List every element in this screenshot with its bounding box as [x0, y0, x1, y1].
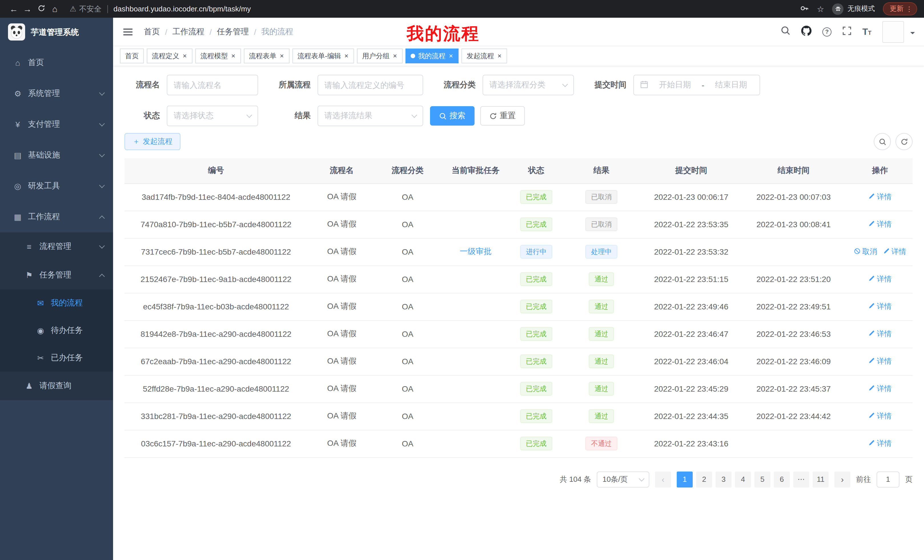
avatar[interactable] — [882, 21, 904, 42]
page-button-11[interactable]: 11 — [813, 471, 829, 487]
process-definition-input[interactable] — [318, 75, 423, 95]
filter-label-status: 状态 — [124, 111, 160, 121]
close-icon[interactable]: × — [182, 52, 188, 59]
app-logo-row[interactable]: 芋道管理系统 — [0, 18, 113, 47]
sidebar-menu: ⌂首页⚙系统管理¥支付管理▤基础设施◎研发工具▦工作流程≡流程管理⚑任务管理✉我… — [0, 47, 113, 560]
submit-time-range-picker[interactable]: 开始日期 - 结束日期 — [633, 75, 760, 95]
close-icon[interactable]: × — [392, 52, 398, 59]
page-button-3[interactable]: 3 — [716, 471, 732, 487]
detail-link[interactable]: 详情 — [868, 301, 892, 312]
sidebar-item-infrastructure[interactable]: ▤基础设施 — [0, 140, 113, 171]
sidebar-item-home[interactable]: ⌂首页 — [0, 47, 113, 78]
sidebar-item-process-mgmt[interactable]: ≡流程管理 — [0, 232, 113, 261]
back-icon[interactable]: ← — [7, 4, 21, 14]
home-icon[interactable]: ⌂ — [48, 4, 62, 14]
table-row: 3ad174fb-7b9d-11ec-8404-acde48001122OA 请… — [124, 183, 913, 211]
detail-link[interactable]: 详情 — [883, 247, 906, 257]
target-icon: ◎ — [13, 181, 23, 191]
incognito-badge[interactable]: 无痕模式 — [832, 3, 875, 15]
breadcrumb-item[interactable]: 首页 — [144, 27, 160, 37]
process-name-input[interactable] — [167, 75, 258, 95]
sidebar-item-system[interactable]: ⚙系统管理 — [0, 78, 113, 109]
result-select[interactable]: 请选择流结果 — [318, 106, 423, 126]
result-badge: 已取消 — [585, 190, 617, 204]
detail-link[interactable]: 详情 — [868, 439, 892, 449]
address-bar[interactable]: ⚠ 不安全 dashboard.yudao.iocoder.cn/bpm/tas… — [70, 4, 251, 14]
tab-user-group[interactable]: 用户分组× — [357, 48, 403, 63]
fullscreen-icon[interactable] — [842, 26, 852, 37]
detail-link[interactable]: 详情 — [868, 383, 892, 394]
result-badge: 通过 — [589, 409, 614, 423]
close-icon[interactable]: × — [279, 52, 284, 59]
goto-page-input[interactable] — [877, 471, 900, 487]
tab-my-process[interactable]: 我的流程× — [405, 48, 459, 63]
current-task-link[interactable]: 一级审批 — [460, 247, 492, 256]
detail-link[interactable]: 详情 — [868, 329, 892, 339]
key-icon[interactable] — [800, 4, 809, 14]
search-icon[interactable] — [781, 26, 790, 38]
help-icon[interactable]: ? — [822, 27, 831, 36]
show-search-toggle-button[interactable] — [874, 133, 891, 150]
sidebar-item-label: 支付管理 — [28, 119, 95, 130]
chrome-update-button[interactable]: 更新 ⋮ — [883, 2, 917, 15]
detail-link[interactable]: 详情 — [868, 411, 892, 421]
page-button-1[interactable]: 1 — [677, 471, 693, 487]
action-label: 详情 — [877, 329, 892, 339]
cell-category: OA — [376, 320, 439, 347]
cancel-link[interactable]: 取消 — [854, 247, 877, 257]
result-badge: 通过 — [589, 272, 614, 286]
sidebar-item-payment[interactable]: ¥支付管理 — [0, 109, 113, 140]
reset-button[interactable]: 重置 — [480, 106, 525, 126]
tab-label: 流程模型 — [201, 51, 228, 61]
refresh-button[interactable] — [896, 133, 913, 150]
cell-result: 已取消 — [560, 211, 642, 238]
tab-process-form[interactable]: 流程表单× — [244, 48, 290, 63]
page-button-2[interactable]: 2 — [696, 471, 712, 487]
prev-page-button[interactable]: ‹ — [655, 471, 671, 487]
close-icon[interactable]: × — [448, 52, 453, 59]
close-icon[interactable]: × — [344, 52, 349, 59]
page-size-select[interactable]: 10条/页 — [597, 471, 650, 487]
ellipsis-pages-button[interactable]: ⋯ — [793, 471, 809, 487]
chevron-down-icon[interactable] — [910, 32, 915, 36]
close-icon[interactable]: × — [497, 52, 502, 59]
sidebar-item-workflow[interactable]: ▦工作流程 — [0, 202, 113, 232]
forward-icon[interactable]: → — [21, 4, 34, 14]
page-button-4[interactable]: 4 — [735, 471, 751, 487]
sidebar-item-todo-task[interactable]: ◉待办任务 — [0, 317, 113, 344]
url-text[interactable]: dashboard.yudao.iocoder.cn/bpm/task/my — [113, 4, 251, 13]
page-title-annotation: 我的流程 — [406, 22, 480, 46]
detail-link[interactable]: 详情 — [868, 192, 892, 202]
font-size-icon[interactable]: TT — [862, 27, 872, 36]
hamburger-icon[interactable] — [122, 26, 134, 37]
tab-process-form-edit[interactable]: 流程表单-编辑× — [292, 48, 354, 63]
bookmark-star-icon[interactable]: ☆ — [817, 4, 824, 13]
security-warning[interactable]: ⚠ 不安全 — [70, 4, 101, 14]
sidebar-item-leave-query[interactable]: ♟请假查询 — [0, 371, 113, 400]
action-label: 详情 — [877, 356, 892, 367]
page-button-5[interactable]: 5 — [754, 471, 770, 487]
next-page-button[interactable]: › — [834, 471, 850, 487]
category-select[interactable]: 请选择流程分类 — [483, 75, 574, 95]
sidebar-item-task-mgmt[interactable]: ⚑任务管理 — [0, 261, 113, 289]
github-icon[interactable] — [801, 25, 812, 38]
tab-process-definition[interactable]: 流程定义× — [147, 48, 192, 63]
breadcrumb-item[interactable]: 工作流程 — [172, 27, 204, 37]
detail-link[interactable]: 详情 — [868, 274, 892, 284]
reload-icon[interactable] — [34, 4, 48, 14]
sidebar-item-devtools[interactable]: ◎研发工具 — [0, 171, 113, 202]
sidebar-item-done-task[interactable]: ✂已办任务 — [0, 344, 113, 371]
close-icon[interactable]: × — [231, 52, 236, 59]
detail-link[interactable]: 详情 — [868, 219, 892, 229]
sidebar-item-label: 基础设施 — [28, 150, 95, 160]
search-button[interactable]: 搜索 — [430, 106, 475, 126]
tab-start-process[interactable]: 发起流程× — [461, 48, 507, 63]
page-button-6[interactable]: 6 — [774, 471, 790, 487]
sidebar-item-my-process[interactable]: ✉我的流程 — [0, 289, 113, 317]
detail-link[interactable]: 详情 — [868, 356, 892, 367]
breadcrumb-item[interactable]: 任务管理 — [217, 27, 249, 37]
status-select[interactable]: 请选择状态 — [167, 106, 258, 126]
create-process-button[interactable]: ＋ 发起流程 — [124, 133, 180, 150]
tab-home[interactable]: 首页 — [120, 48, 144, 63]
tab-process-model[interactable]: 流程模型× — [195, 48, 241, 63]
